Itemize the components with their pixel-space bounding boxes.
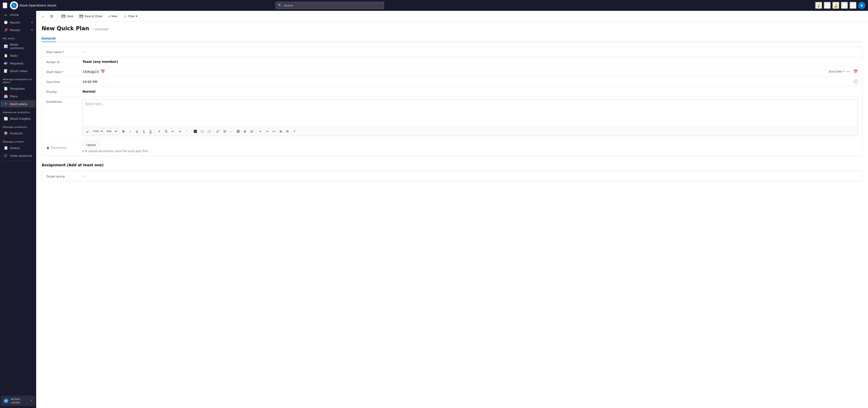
priority-label: Priority [46,89,83,94]
notifications-button[interactable]: 🔔 [832,2,839,9]
due-time-row: Due time 10:00 PM 🕙 [42,77,862,87]
action-center-chevron: ✦ [30,399,33,402]
target-group-value[interactable]: --- [83,174,858,178]
highlight-button[interactable]: A̲ [141,128,147,134]
sidebar-item-home[interactable]: ⌂ Home [1,11,35,18]
link-button[interactable]: 🔗 [215,128,221,134]
sidebar-item-order-products[interactable]: 🛒 Order products [1,152,35,159]
main-layout: ⌂ Home 🕐 Recent ▾ 📌 Pinned ▾ My work 📊 R… [0,11,868,408]
editor-help-button[interactable]: ? [291,128,298,134]
upload-button[interactable]: Upload [83,142,99,148]
editor-sep-3 [191,129,191,134]
bold-button[interactable]: B [120,128,127,134]
requests-icon: 📬 [4,62,8,65]
page-button[interactable]: ⧉ [48,13,55,20]
plans-icon: 📅 [4,95,8,98]
sidebar-item-recent[interactable]: 🕐 Recent ▾ [1,19,35,26]
indent-dec-button[interactable]: ⇤ [170,128,176,134]
code-button[interactable]: </> [271,128,277,134]
start-date-calendar-icon[interactable]: 📅 [101,69,105,74]
indent-inc-button[interactable]: ⇥ [177,128,183,134]
sidebar-item-products[interactable]: 📦 Products [1,130,35,137]
upload-hint-text: To upload documents, save the quick plan… [85,149,149,153]
table-special-2-button[interactable]: ⊟ [248,128,255,134]
new-button[interactable]: + New [105,13,120,20]
requests-label: Requests [10,62,24,65]
unlink-button[interactable]: ⛓ [221,128,228,134]
assign-to-row: Assign to Team (any member) [42,57,862,67]
unordered-list-button[interactable]: ≡ [156,128,162,134]
sidebar-item-retail-summary[interactable]: 📊 Retail summary [1,41,35,52]
save-button[interactable]: 💾 Save [59,13,76,20]
due-time-clock-icon[interactable]: 🕙 [853,79,858,83]
font-select[interactable]: Font [91,128,104,134]
save-close-button[interactable]: 💾 Save & Close [77,13,105,20]
due-time-value[interactable]: 10:00 PM [83,79,467,83]
end-date-value[interactable]: --- [846,70,850,73]
quick-plans-label: Quick plans [10,102,27,106]
italic-button[interactable]: I [127,128,133,134]
priority-value[interactable]: Normal [83,89,858,93]
add-button[interactable]: + [824,2,831,9]
tab-general[interactable]: General [41,35,56,42]
orders-label: Orders [10,146,20,150]
hamburger-button[interactable]: ☰ [3,2,7,8]
table-special-1-button[interactable]: ⊞ [242,128,248,134]
sidebar-item-orders[interactable]: 🧾 Orders [1,144,35,151]
due-time-container: 10:00 PM 🕙 [83,79,858,83]
plan-name-required: * [63,50,64,54]
font-color-button[interactable]: A [147,128,154,134]
search-bar[interactable]: 🔍 [276,2,384,9]
blockquote-button[interactable]: " [183,128,190,134]
sidebar-item-quick-plans[interactable]: ⚡ Quick plans [1,100,35,107]
logo: C [10,1,18,9]
ordered-list-button[interactable]: ☰ [163,128,169,134]
assignment-section: Assignment (Add at least one) Target gro… [41,159,863,189]
help-button[interactable]: ? [849,2,857,9]
paint-brush-button[interactable]: 🖌 [85,128,91,134]
avatar[interactable]: R [858,2,865,9]
retail-summary-icon: 📊 [4,44,8,48]
underline-button[interactable]: U [134,128,140,134]
back-button[interactable]: ← [40,13,47,20]
home-icon: ⌂ [4,13,8,16]
sidebar-item-pinned[interactable]: 📌 Pinned ▾ [1,27,35,34]
sidebar-item-action-center[interactable]: AC Action center ✦ [1,396,35,406]
align-right-button[interactable]: ⬜ [206,128,212,134]
end-date-calendar-icon[interactable]: 📅 [853,69,858,74]
settings-button[interactable]: ⚙ [841,2,848,9]
upload-hint: ℹ To upload documents, save the quick pl… [83,149,149,153]
undo-button[interactable]: ↩ [257,128,264,134]
size-select[interactable]: Size [104,128,118,134]
redo-button[interactable]: ↪ [264,128,270,134]
plan-name-value[interactable]: --- [83,49,858,54]
image-button[interactable]: 🖼 [235,128,241,134]
table-button[interactable]: ⊞ [278,128,284,134]
toolbar: ← ⧉ 💾 Save 💾 Save & Close + New ⚡ Flow ▾ [36,11,868,22]
sidebar-item-retail-insights[interactable]: 📈 Retail insights [1,115,35,122]
quick-notes-label: Quick notes [10,69,27,73]
toolbar-separator-1 [57,13,57,19]
sidebar-item-templates[interactable]: 📄 Templates [1,85,35,92]
logo-inner: C [11,3,17,8]
document-upload-area: Upload ℹ To upload documents, save the q… [83,142,149,153]
assign-to-value[interactable]: Team (any member) [83,59,858,64]
recent-icon: 🕐 [4,21,8,24]
start-date-value[interactable]: 14/Aug/23 [83,70,99,73]
guidelines-text-area[interactable]: Enter text... [83,99,858,127]
search-input[interactable] [284,4,381,7]
target-group-label: Target group [46,174,83,178]
guidelines-editor: Enter text... 🖌 Font Size [83,99,858,136]
lightbulb-button[interactable]: 💡 [815,2,822,9]
align-left-button[interactable]: ⬛ [192,128,198,134]
sidebar-item-tasks[interactable]: 📋 Tasks [1,52,35,59]
arrow-button[interactable]: → [228,128,235,134]
document-lock-icon: Document [46,146,66,149]
top-navigation: ☰ C Store Operations Assist 🔍 💡 + 🔔 ⚙ ? … [0,0,868,11]
flow-button[interactable]: ⚡ Flow ▾ [121,13,140,20]
align-center-button[interactable]: ⬜ [199,128,205,134]
editor-settings-button[interactable]: ⚙ [284,128,291,134]
sidebar-item-quick-notes[interactable]: 📝 Quick notes [1,67,35,74]
sidebar-item-requests[interactable]: 📬 Requests [1,60,35,67]
sidebar-item-plans[interactable]: 📅 Plans [1,93,35,100]
